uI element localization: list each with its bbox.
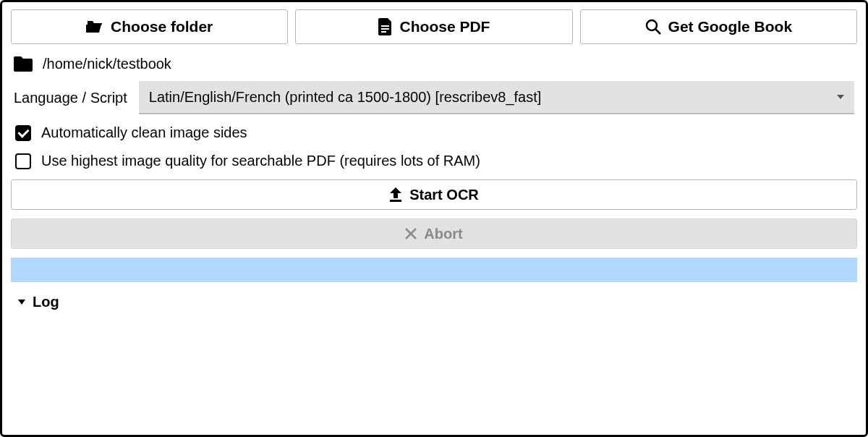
get-google-book-label: Get Google Book	[668, 18, 793, 35]
highest-quality-label: Use highest image quality for searchable…	[41, 153, 480, 169]
file-icon	[378, 18, 393, 35]
choose-folder-button[interactable]: Choose folder	[11, 9, 288, 44]
clean-sides-checkbox[interactable]	[15, 125, 31, 141]
choose-pdf-label: Choose PDF	[400, 18, 490, 35]
log-expander[interactable]: Log	[11, 291, 857, 313]
language-select[interactable]: Latin/English/French (printed ca 1500-18…	[139, 81, 854, 114]
log-label: Log	[33, 294, 59, 310]
svg-point-3	[647, 20, 657, 30]
upload-icon	[389, 187, 402, 202]
clean-sides-label: Automatically clean image sides	[41, 124, 247, 141]
close-icon	[405, 228, 417, 239]
folder-open-icon	[86, 20, 103, 34]
path-text: /home/nick/testbook	[43, 56, 171, 72]
language-selected-value: Latin/English/French (printed ca 1500-18…	[149, 89, 542, 106]
choose-folder-label: Choose folder	[111, 18, 213, 35]
svg-rect-5	[390, 200, 401, 202]
progress-bar	[11, 258, 857, 282]
start-ocr-button[interactable]: Start OCR	[11, 179, 857, 210]
choose-pdf-button[interactable]: Choose PDF	[295, 9, 572, 44]
chevron-down-icon	[18, 300, 25, 305]
abort-label: Abort	[424, 226, 462, 242]
start-ocr-label: Start OCR	[409, 187, 479, 203]
search-icon	[645, 19, 661, 35]
svg-line-4	[655, 29, 660, 34]
highest-quality-checkbox[interactable]	[15, 153, 31, 169]
language-label: Language / Script	[14, 90, 127, 106]
folder-icon	[14, 56, 33, 72]
svg-rect-2	[381, 31, 386, 33]
chevron-down-icon	[837, 95, 844, 99]
svg-rect-0	[381, 25, 389, 27]
abort-button: Abort	[11, 218, 857, 249]
svg-rect-1	[381, 28, 389, 30]
get-google-book-button[interactable]: Get Google Book	[580, 9, 857, 44]
path-display: /home/nick/testbook	[11, 53, 857, 72]
